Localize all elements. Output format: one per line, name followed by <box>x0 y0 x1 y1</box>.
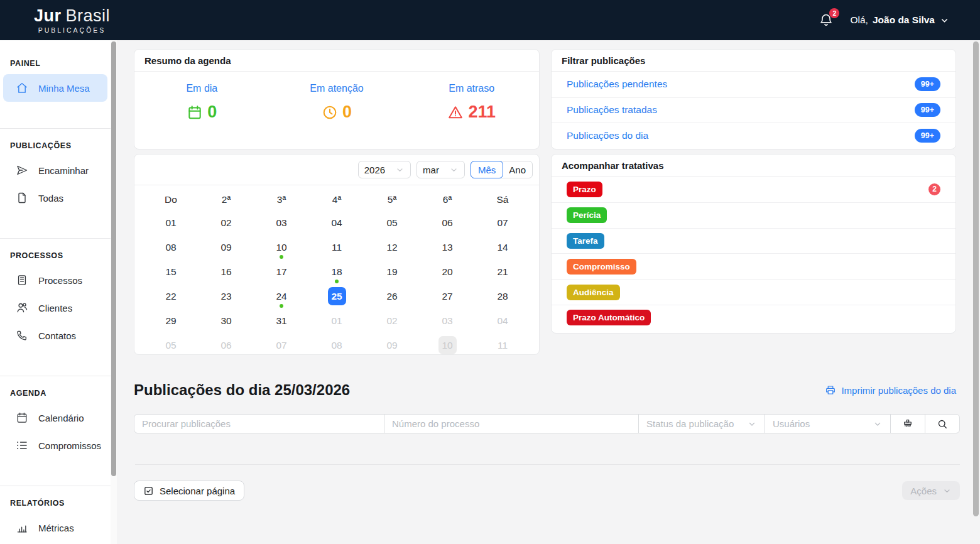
page-scrollbar-thumb[interactable] <box>973 41 979 516</box>
actions-button[interactable]: Ações <box>902 481 960 500</box>
calendar-month-value: mar <box>423 165 439 175</box>
calendar-day[interactable]: 20 <box>420 259 475 284</box>
sidebar-item-processos[interactable]: Processos <box>3 266 107 294</box>
calendar-day[interactable]: 11 <box>475 333 530 357</box>
calendar-day-number: 05 <box>383 214 401 232</box>
calendar-day[interactable]: 15 <box>143 259 199 284</box>
agenda-stat-link[interactable]: Em atenção <box>270 83 405 94</box>
chevron-down-icon <box>939 15 950 26</box>
tratativa-row-audiencia[interactable]: Audiência <box>552 279 956 305</box>
calendar-day[interactable]: 18 <box>309 259 364 284</box>
calendar-day[interactable]: 09 <box>199 235 254 259</box>
calendar-day[interactable]: 19 <box>364 259 420 284</box>
filter-publications-card: Filtrar publicações Publicações pendente… <box>551 49 956 150</box>
calendar-day[interactable]: 31 <box>254 308 309 333</box>
calendar-day[interactable]: 21 <box>475 259 530 284</box>
bar-chart-icon <box>16 521 28 534</box>
sidebar-item-label: Encaminhar <box>38 165 89 176</box>
calendar-day[interactable]: 04 <box>309 210 364 235</box>
calendar-day[interactable]: 04 <box>475 308 530 333</box>
phone-icon <box>16 329 28 342</box>
sidebar-item-metricas[interactable]: Métricas <box>3 514 107 541</box>
print-publications-link[interactable]: Imprimir publicações do dia <box>825 384 956 396</box>
clock-icon <box>322 104 338 121</box>
calendar-day[interactable]: 24 <box>254 284 309 308</box>
calendar-day[interactable]: 14 <box>475 235 530 259</box>
publication-status-select[interactable]: Status da publicação <box>638 415 765 433</box>
calendar-day-number: 03 <box>438 312 457 330</box>
calendar-day[interactable]: 29 <box>143 308 199 333</box>
process-number-input[interactable] <box>384 415 638 433</box>
calendar-year-select[interactable]: 2026 <box>358 161 411 178</box>
tratativa-row-pericia[interactable]: Perícia <box>552 202 956 228</box>
calendar-day[interactable]: 01 <box>143 210 199 235</box>
agenda-stat-link[interactable]: Em atraso <box>404 83 539 94</box>
search-publications-input[interactable] <box>134 415 384 433</box>
calendar-day[interactable]: 05 <box>364 210 420 235</box>
calendar-day[interactable]: 11 <box>309 235 364 259</box>
page-scrollbar[interactable] <box>973 41 979 521</box>
calendar-view-year-button[interactable]: Ano <box>503 161 532 178</box>
tratativa-row-prazo-automatico[interactable]: Prazo Automático <box>552 305 956 330</box>
tratativa-row-prazo[interactable]: Prazo2 <box>552 177 956 202</box>
sidebar-scrollbar[interactable] <box>111 40 117 544</box>
clear-filters-button[interactable] <box>890 415 925 433</box>
agenda-stat-link[interactable]: Em dia <box>134 83 270 94</box>
calendar-day[interactable]: 16 <box>199 259 254 284</box>
calendar-day[interactable]: 23 <box>199 284 254 308</box>
users-select[interactable]: Usuários <box>765 415 890 433</box>
calendar-day-number: 08 <box>328 336 346 354</box>
calendar-day[interactable]: 13 <box>420 235 475 259</box>
calendar-day[interactable]: 06 <box>199 333 254 357</box>
sidebar-item-compromissos[interactable]: Compromissos <box>3 432 107 459</box>
calendar-day[interactable]: 06 <box>420 210 475 235</box>
calendar-view-toggle: Mês Ano <box>471 161 533 178</box>
calendar-day[interactable]: 07 <box>475 210 530 235</box>
calendar-month-select[interactable]: mar <box>416 161 465 178</box>
calendar-day[interactable]: 25 <box>309 284 364 308</box>
print-publications-label: Imprimir publicações do dia <box>841 385 956 396</box>
calendar-day[interactable]: 08 <box>309 333 364 357</box>
sidebar-item-contatos[interactable]: Contatos <box>3 322 107 349</box>
calendar-day-number: 11 <box>494 336 512 354</box>
calendar-day[interactable]: 22 <box>143 284 199 308</box>
document-icon <box>16 192 28 204</box>
sidebar-item-todas[interactable]: Todas <box>3 184 107 212</box>
calendar-day[interactable]: 02 <box>199 210 254 235</box>
calendar-day[interactable]: 05 <box>143 333 199 357</box>
calendar-day-number: 07 <box>494 214 512 232</box>
tratativa-row-tarefa[interactable]: Tarefa <box>552 228 956 254</box>
tratativas-list: Prazo2PeríciaTarefaCompromissoAudiênciaP… <box>552 177 956 330</box>
calendar-day[interactable]: 02 <box>364 308 420 333</box>
chevron-down-icon <box>449 165 459 175</box>
calendar-year-value: 2026 <box>364 165 385 175</box>
user-menu[interactable]: Olá, João da Silva <box>850 14 950 26</box>
calendar-day[interactable]: 10 <box>420 333 475 357</box>
calendar-day[interactable]: 07 <box>254 333 309 357</box>
select-page-button[interactable]: Selecionar página <box>134 481 244 501</box>
calendar-day[interactable]: 26 <box>364 284 420 308</box>
calendar-view-month-button[interactable]: Mês <box>471 161 503 178</box>
notifications-button[interactable]: 2 <box>819 13 834 28</box>
calendar-day[interactable]: 01 <box>309 308 364 333</box>
tratativa-row-compromisso[interactable]: Compromisso <box>552 253 956 279</box>
calendar-day[interactable]: 09 <box>364 333 420 357</box>
calendar-day[interactable]: 30 <box>199 308 254 333</box>
search-button[interactable] <box>925 415 959 433</box>
sidebar-item-calendario[interactable]: Calendário <box>3 404 107 432</box>
calendar-day[interactable]: 08 <box>143 235 199 259</box>
calendar-day[interactable]: 03 <box>420 308 475 333</box>
sidebar-item-encaminhar[interactable]: Encaminhar <box>3 156 107 184</box>
calendar-day[interactable]: 03 <box>254 210 309 235</box>
sidebar-scrollbar-thumb[interactable] <box>111 41 116 476</box>
calendar-day[interactable]: 12 <box>364 235 420 259</box>
filter-row-publicacoes-tratadas[interactable]: Publicações tratadas99+ <box>552 97 956 123</box>
filter-row-publicacoes-pendentes[interactable]: Publicações pendentes99+ <box>552 72 956 97</box>
sidebar-item-minha-mesa[interactable]: Minha Mesa <box>3 74 107 102</box>
calendar-day[interactable]: 28 <box>475 284 530 308</box>
calendar-day[interactable]: 10 <box>254 235 309 259</box>
filter-row-publicacoes-do-dia[interactable]: Publicações do dia99+ <box>552 122 956 148</box>
sidebar-item-clientes[interactable]: Clientes <box>3 294 107 322</box>
calendar-day[interactable]: 17 <box>254 259 309 284</box>
calendar-day[interactable]: 27 <box>420 284 475 308</box>
